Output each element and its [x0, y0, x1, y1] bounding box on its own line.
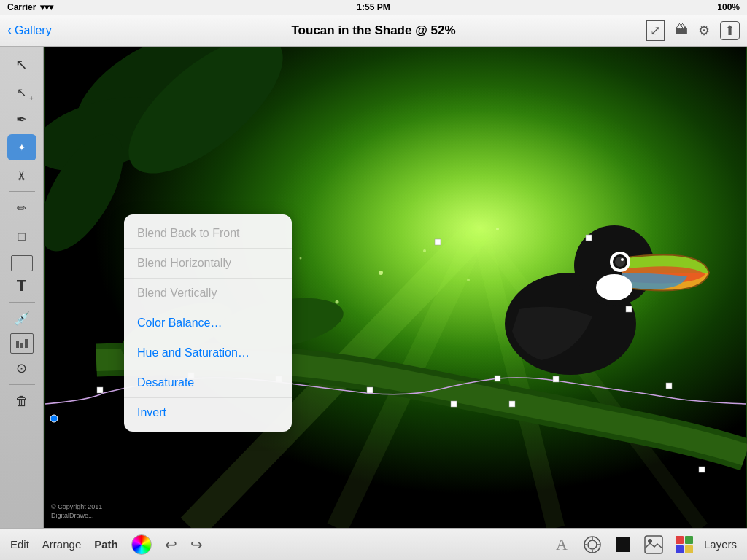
- back-button[interactable]: ‹ Gallery: [7, 23, 52, 38]
- toolbar-divider-1: [9, 191, 35, 192]
- tool-pencil[interactable]: ✏: [7, 195, 36, 221]
- menu-item-invert[interactable]: Invert: [124, 398, 292, 427]
- svg-point-22: [379, 271, 383, 275]
- tool-eyedropper[interactable]: 💉: [7, 306, 36, 332]
- carrier-label: Carrier: [7, 2, 36, 12]
- tool-select-add[interactable]: ↖+: [7, 79, 36, 105]
- toolbar-divider-4: [9, 384, 35, 385]
- document-title: Toucan in the Shade @ 52%: [291, 23, 455, 38]
- color-wheel-button[interactable]: [131, 534, 152, 555]
- svg-rect-48: [616, 537, 630, 552]
- svg-rect-52: [685, 536, 693, 544]
- tool-path[interactable]: ✦: [7, 134, 36, 160]
- svg-rect-49: [645, 536, 662, 553]
- svg-point-43: [588, 540, 597, 549]
- tool-rect[interactable]: [11, 255, 33, 271]
- toolbar-divider-2: [9, 252, 35, 252]
- status-left: Carrier ▾▾▾: [7, 2, 53, 12]
- mosaic-button[interactable]: [673, 534, 695, 556]
- layers-button[interactable]: Layers: [704, 538, 737, 551]
- settings-icon[interactable]: ⚙: [698, 23, 710, 39]
- menu-item-blend-vertically: Blend Vertically: [124, 279, 292, 308]
- target-button[interactable]: [581, 534, 603, 556]
- resize-icon[interactable]: ⤢: [646, 20, 665, 41]
- tool-trash[interactable]: 🗑: [7, 388, 36, 414]
- menu-item-blend-back-to-front: Blend Back to Front: [124, 219, 292, 249]
- menu-item-desaturate[interactable]: Desaturate: [124, 368, 292, 398]
- svg-point-19: [615, 257, 625, 267]
- svg-rect-1: [20, 343, 23, 348]
- left-toolbar: ↖ ↖+ ✒ ✦ ✂ ✏ ◻ T 💉 ⊙ 🗑: [0, 47, 44, 528]
- canvas-image: © Copyright 2011 DigitalDrawe... Blend B…: [44, 47, 747, 528]
- edit-button[interactable]: Edit: [10, 538, 29, 551]
- undo-button[interactable]: ↩: [165, 536, 177, 553]
- arrange-button[interactable]: Arrange: [42, 538, 81, 551]
- svg-point-21: [596, 274, 632, 300]
- path-button[interactable]: Path: [94, 538, 118, 551]
- menu-item-hue-saturation[interactable]: Hue and Saturation…: [124, 338, 292, 368]
- tool-pen[interactable]: ✒: [7, 106, 36, 133]
- svg-point-23: [423, 249, 426, 252]
- tool-graph[interactable]: [10, 333, 34, 354]
- redo-button[interactable]: ↪: [190, 536, 203, 553]
- nav-bar: ‹ Gallery Toucan in the Shade @ 52% ⤢ 🏔 …: [0, 15, 747, 47]
- text-style-button[interactable]: A: [551, 534, 573, 556]
- photo-button[interactable]: [643, 534, 665, 556]
- toolbar-divider-3: [9, 302, 35, 303]
- svg-rect-54: [685, 545, 693, 553]
- nav-right-icons: ⤢ 🏔 ⚙ ⬆: [646, 20, 740, 41]
- svg-point-27: [496, 228, 499, 230]
- menu-item-color-balance[interactable]: Color Balance…: [124, 308, 292, 338]
- tool-eraser[interactable]: ◻: [7, 222, 36, 249]
- tool-transform[interactable]: ⊙: [7, 355, 36, 381]
- tool-text[interactable]: T: [7, 273, 36, 299]
- canvas-area[interactable]: © Copyright 2011 DigitalDrawe... Blend B…: [44, 47, 747, 528]
- bottom-right-tools: A Layers: [551, 534, 737, 556]
- status-time: 1:55 PM: [357, 2, 390, 12]
- back-label[interactable]: Gallery: [15, 24, 52, 37]
- wifi-icon: ▾▾▾: [40, 2, 53, 12]
- svg-rect-51: [676, 536, 684, 544]
- svg-rect-2: [25, 339, 28, 348]
- tool-scissors[interactable]: ✂: [9, 160, 35, 190]
- image-icon[interactable]: 🏔: [675, 23, 688, 38]
- svg-point-20: [621, 258, 624, 261]
- svg-rect-53: [676, 545, 684, 553]
- square-fill-button[interactable]: [612, 534, 634, 556]
- svg-point-26: [300, 257, 302, 260]
- menu-item-blend-horizontally: Blend Horizontally: [124, 249, 292, 279]
- share-icon[interactable]: ⬆: [720, 21, 740, 40]
- bottom-toolbar: Edit Arrange Path ↩ ↪ A Layers: [0, 528, 747, 560]
- svg-rect-0: [16, 341, 19, 348]
- status-bar: Carrier ▾▾▾ 1:55 PM 100%: [0, 0, 747, 15]
- copyright-text: © Copyright 2011 DigitalDrawe...: [51, 502, 102, 521]
- svg-point-25: [467, 279, 470, 281]
- svg-point-24: [336, 300, 339, 304]
- back-chevron-icon: ‹: [7, 23, 12, 38]
- dropdown-menu[interactable]: Blend Back to Front Blend Horizontally B…: [124, 214, 292, 432]
- main-area: ↖ ↖+ ✒ ✦ ✂ ✏ ◻ T 💉 ⊙ 🗑: [0, 47, 747, 528]
- tool-select[interactable]: ↖: [7, 51, 36, 77]
- battery-label: 100%: [717, 2, 740, 12]
